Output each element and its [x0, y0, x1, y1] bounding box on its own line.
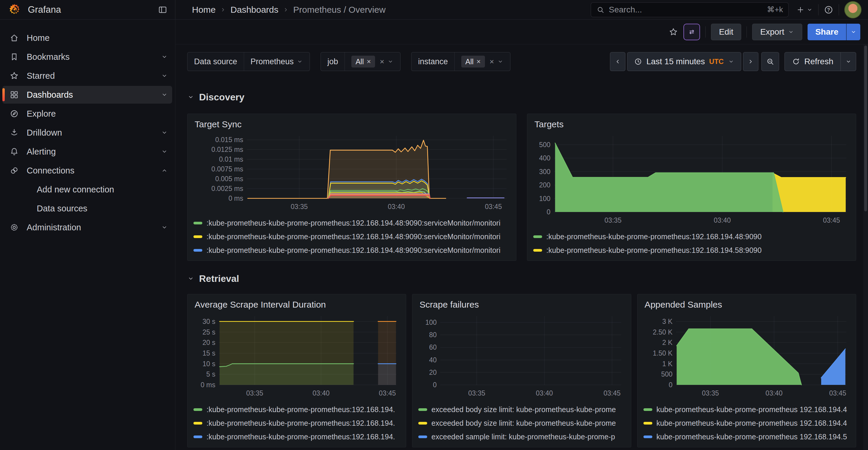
job-chip[interactable]: All × [351, 56, 375, 67]
instance-chip[interactable]: All × [461, 56, 485, 67]
top-header: Grafana Home Dashboards Prometheus / Ove… [0, 0, 868, 20]
sidebar-item-label: Add new connection [37, 185, 114, 194]
scrollbar-thumb[interactable] [864, 45, 867, 212]
legend-item[interactable]: :kube-prometheus-kube-prome-prometheus:1… [533, 246, 849, 255]
legend-swatch [193, 408, 202, 411]
legend-item[interactable]: :kube-prometheus-kube-prome-prometheus:1… [193, 232, 509, 241]
svg-text:03:45: 03:45 [829, 389, 846, 397]
legend-item[interactable]: kube-prometheus-kube-prome-prometheus 19… [644, 405, 849, 414]
chart-appended-samples[interactable]: 03:3503:4003:4505001 K1.50 K2 K2.50 K3 K [641, 312, 850, 398]
sidebar-item-starred[interactable]: Starred [2, 67, 172, 85]
chart-targets[interactable]: 03:3503:4003:450100200300400500 [530, 132, 850, 226]
sidebar-item-alerting[interactable]: Alerting [2, 143, 172, 160]
sidebar: HomeBookmarksStarredDashboardsExploreDri… [0, 20, 175, 450]
legend-item[interactable]: exceeded body size limit: kube-prometheu… [418, 405, 624, 414]
legend-item[interactable]: :kube-prometheus-kube-prome-prometheus:1… [193, 246, 509, 255]
legend-item[interactable]: exceeded sample limit: kube-prometheus-k… [418, 432, 624, 441]
export-button[interactable]: Export [752, 24, 802, 40]
sidebar-item-connections[interactable]: Connections [2, 162, 172, 180]
swap-panes-button[interactable] [683, 24, 700, 40]
refresh-button[interactable]: Refresh [785, 53, 840, 71]
time-shift-forward-button[interactable] [743, 52, 758, 71]
instance-label: instance [411, 53, 455, 71]
datasource-picker[interactable]: Data source Prometheus [187, 52, 310, 71]
chip-close-icon[interactable]: × [477, 58, 481, 66]
avatar[interactable] [844, 1, 862, 18]
chevron-down-icon[interactable] [161, 53, 168, 60]
svg-text:15 s: 15 s [203, 349, 215, 357]
panel-title[interactable]: Scrape failures [412, 294, 631, 312]
chevron-down-icon [788, 29, 794, 35]
panel-title[interactable]: Targets [527, 114, 856, 131]
time-range-picker[interactable]: Last 15 minutes UTC [627, 52, 741, 71]
legend-item[interactable]: :kube-prometheus-kube-prome-prometheus:1… [533, 232, 849, 241]
scrollbar[interactable] [863, 44, 868, 450]
legend-label: :kube-prometheus-kube-prome-prometheus:1… [546, 232, 762, 241]
drilldown-icon [9, 128, 19, 137]
refresh-interval-button[interactable] [840, 53, 856, 71]
chart-canvas[interactable]: 03:3503:4003:4505001 K1.50 K2 K2.50 K3 K [641, 312, 850, 398]
svg-text:2 K: 2 K [662, 339, 673, 346]
clear-filter-icon[interactable]: × [490, 57, 494, 66]
panel-title[interactable]: Target Sync [188, 114, 516, 131]
breadcrumb-home[interactable]: Home [192, 5, 216, 15]
chip-close-icon[interactable]: × [367, 58, 371, 66]
panel-title[interactable]: Appended Samples [638, 294, 856, 312]
sidebar-item-drilldown[interactable]: Drilldown [2, 124, 172, 141]
chevron-down-icon[interactable] [161, 91, 168, 98]
time-shift-back-button[interactable] [610, 52, 625, 71]
chevron-down-icon[interactable] [161, 129, 168, 136]
svg-text:03:40: 03:40 [714, 217, 731, 224]
favorite-star-icon[interactable] [669, 27, 678, 37]
legend-item[interactable]: kube-prometheus-kube-prome-prometheus 19… [644, 419, 849, 427]
clock-icon [634, 58, 642, 66]
clear-filter-icon[interactable]: × [380, 57, 384, 66]
sidebar-item-add-new-connection[interactable]: Add new connection [2, 181, 172, 198]
help-icon[interactable]: ? [824, 5, 833, 14]
swap-arrows-icon [688, 28, 696, 36]
zoom-out-button[interactable] [761, 52, 779, 71]
datasource-value[interactable]: Prometheus [251, 57, 294, 66]
legend-item[interactable]: :kube-prometheus-kube-prome-prometheus:1… [193, 432, 399, 441]
sidebar-item-bookmarks[interactable]: Bookmarks [2, 48, 172, 66]
search-box[interactable]: ⌘+k [591, 2, 788, 17]
chart-canvas[interactable]: 03:3503:4003:45020406080100 [415, 312, 625, 398]
sidebar-item-data-sources[interactable]: Data sources [2, 199, 172, 217]
sidebar-item-dashboards[interactable]: Dashboards [2, 86, 172, 104]
legend-swatch [193, 436, 202, 438]
legend-item[interactable]: exceeded body size limit: kube-prometheu… [418, 419, 624, 427]
chevron-down-icon[interactable] [161, 148, 168, 155]
chart-scrape-failures[interactable]: 03:3503:4003:45020406080100 [415, 312, 625, 398]
chart-canvas[interactable]: 03:3503:4003:450 ms5 s10 s15 s20 s25 s30… [190, 312, 401, 398]
sidebar-toggle-icon[interactable] [158, 5, 167, 14]
chart-canvas[interactable]: 03:3503:4003:450100200300400500 [530, 132, 850, 226]
chart-canvas[interactable]: 03:3503:4003:450 ms0.0025 ms0.005 ms0.00… [190, 132, 511, 212]
breadcrumb-dashboards[interactable]: Dashboards [230, 5, 278, 15]
section-header-discovery[interactable]: Discovery [187, 91, 856, 104]
job-filter[interactable]: job All × × [320, 52, 401, 71]
svg-text:03:40: 03:40 [536, 389, 553, 397]
edit-button[interactable]: Edit [711, 24, 741, 40]
search-input[interactable] [609, 5, 763, 14]
legend-item[interactable]: :kube-prometheus-kube-prome-prometheus:1… [193, 405, 399, 414]
chevron-down-icon[interactable] [161, 224, 168, 231]
legend-item[interactable]: :kube-prometheus-kube-prome-prometheus:1… [193, 219, 509, 227]
timezone-label: UTC [709, 58, 724, 66]
chart-average-scrape-interval-duration[interactable]: 03:3503:4003:450 ms5 s10 s15 s20 s25 s30… [190, 312, 401, 398]
chevron-down-icon[interactable] [161, 72, 168, 79]
sidebar-item-administration[interactable]: Administration [2, 219, 172, 236]
share-menu-button[interactable] [846, 24, 860, 40]
panel-title[interactable]: Average Scrape Interval Duration [188, 294, 406, 312]
chart-target-sync[interactable]: 03:3503:4003:450 ms0.0025 ms0.005 ms0.00… [190, 132, 511, 212]
add-menu-button[interactable] [796, 6, 813, 14]
chevron-up-icon[interactable] [161, 167, 168, 174]
sidebar-item-home[interactable]: Home [2, 29, 172, 47]
legend-item[interactable]: :kube-prometheus-kube-prome-prometheus:1… [193, 419, 399, 427]
section-header-retrieval[interactable]: Retrieval [187, 272, 856, 285]
legend-item[interactable]: kube-prometheus-kube-prome-prometheus 19… [644, 432, 849, 441]
sidebar-item-explore[interactable]: Explore [2, 105, 172, 123]
share-button[interactable]: Share [808, 24, 846, 40]
dashboard-content: Data source Prometheus job All × × [175, 44, 868, 450]
instance-filter[interactable]: instance All × × [411, 52, 510, 71]
chevron-down-icon [850, 29, 857, 35]
